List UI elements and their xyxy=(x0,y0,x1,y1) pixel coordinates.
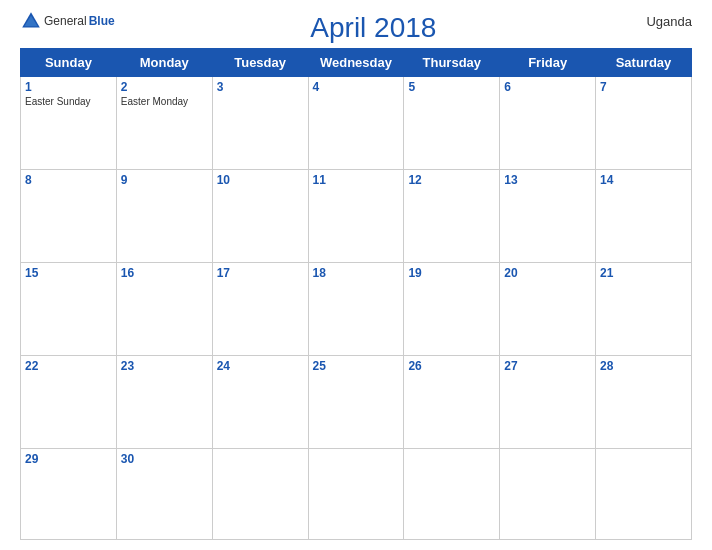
calendar-week-row: 2930 xyxy=(21,449,692,540)
day-number: 2 xyxy=(121,80,208,94)
day-number: 3 xyxy=(217,80,304,94)
table-row: 12 xyxy=(404,170,500,263)
table-row xyxy=(212,449,308,540)
header-saturday: Saturday xyxy=(596,49,692,77)
table-row: 6 xyxy=(500,77,596,170)
table-row: 20 xyxy=(500,263,596,356)
table-row: 7 xyxy=(596,77,692,170)
table-row xyxy=(404,449,500,540)
table-row: 29 xyxy=(21,449,117,540)
table-row: 23 xyxy=(116,356,212,449)
calendar-table: Sunday Monday Tuesday Wednesday Thursday… xyxy=(20,48,692,540)
table-row: 14 xyxy=(596,170,692,263)
day-number: 4 xyxy=(313,80,400,94)
logo-general-text: General xyxy=(44,14,87,28)
table-row: 1Easter Sunday xyxy=(21,77,117,170)
calendar-week-row: 15161718192021 xyxy=(21,263,692,356)
table-row: 3 xyxy=(212,77,308,170)
calendar-week-row: 22232425262728 xyxy=(21,356,692,449)
header-sunday: Sunday xyxy=(21,49,117,77)
day-number: 30 xyxy=(121,452,208,466)
table-row: 8 xyxy=(21,170,117,263)
day-number: 6 xyxy=(504,80,591,94)
table-row: 24 xyxy=(212,356,308,449)
header-friday: Friday xyxy=(500,49,596,77)
table-row: 13 xyxy=(500,170,596,263)
table-row: 25 xyxy=(308,356,404,449)
table-row: 9 xyxy=(116,170,212,263)
table-row: 5 xyxy=(404,77,500,170)
table-row: 27 xyxy=(500,356,596,449)
holiday-label: Easter Monday xyxy=(121,96,208,107)
weekday-header-row: Sunday Monday Tuesday Wednesday Thursday… xyxy=(21,49,692,77)
table-row: 19 xyxy=(404,263,500,356)
table-row: 16 xyxy=(116,263,212,356)
header-wednesday: Wednesday xyxy=(308,49,404,77)
header-monday: Monday xyxy=(116,49,212,77)
table-row: 22 xyxy=(21,356,117,449)
logo-icon xyxy=(20,10,42,32)
day-number: 8 xyxy=(25,173,112,187)
day-number: 26 xyxy=(408,359,495,373)
calendar-week-row: 1Easter Sunday2Easter Monday34567 xyxy=(21,77,692,170)
table-row: 11 xyxy=(308,170,404,263)
day-number: 28 xyxy=(600,359,687,373)
day-number: 23 xyxy=(121,359,208,373)
day-number: 5 xyxy=(408,80,495,94)
table-row: 28 xyxy=(596,356,692,449)
day-number: 16 xyxy=(121,266,208,280)
table-row: 18 xyxy=(308,263,404,356)
table-row: 26 xyxy=(404,356,500,449)
day-number: 18 xyxy=(313,266,400,280)
country-label: Uganda xyxy=(632,10,692,29)
logo-blue-text: Blue xyxy=(89,14,115,28)
day-number: 1 xyxy=(25,80,112,94)
day-number: 22 xyxy=(25,359,112,373)
day-number: 9 xyxy=(121,173,208,187)
calendar-title: April 2018 xyxy=(115,10,632,44)
day-number: 25 xyxy=(313,359,400,373)
day-number: 14 xyxy=(600,173,687,187)
day-number: 11 xyxy=(313,173,400,187)
day-number: 12 xyxy=(408,173,495,187)
day-number: 24 xyxy=(217,359,304,373)
table-row xyxy=(500,449,596,540)
table-row: 30 xyxy=(116,449,212,540)
logo: General Blue xyxy=(20,10,115,32)
day-number: 13 xyxy=(504,173,591,187)
day-number: 7 xyxy=(600,80,687,94)
table-row: 4 xyxy=(308,77,404,170)
table-row: 2Easter Monday xyxy=(116,77,212,170)
table-row xyxy=(308,449,404,540)
header-tuesday: Tuesday xyxy=(212,49,308,77)
table-row: 21 xyxy=(596,263,692,356)
table-row: 10 xyxy=(212,170,308,263)
table-row xyxy=(596,449,692,540)
table-row: 17 xyxy=(212,263,308,356)
day-number: 15 xyxy=(25,266,112,280)
holiday-label: Easter Sunday xyxy=(25,96,112,107)
day-number: 10 xyxy=(217,173,304,187)
day-number: 21 xyxy=(600,266,687,280)
day-number: 20 xyxy=(504,266,591,280)
calendar-header: General Blue April 2018 Uganda xyxy=(20,10,692,44)
calendar-week-row: 891011121314 xyxy=(21,170,692,263)
table-row: 15 xyxy=(21,263,117,356)
day-number: 17 xyxy=(217,266,304,280)
day-number: 19 xyxy=(408,266,495,280)
day-number: 29 xyxy=(25,452,112,466)
day-number: 27 xyxy=(504,359,591,373)
header-thursday: Thursday xyxy=(404,49,500,77)
